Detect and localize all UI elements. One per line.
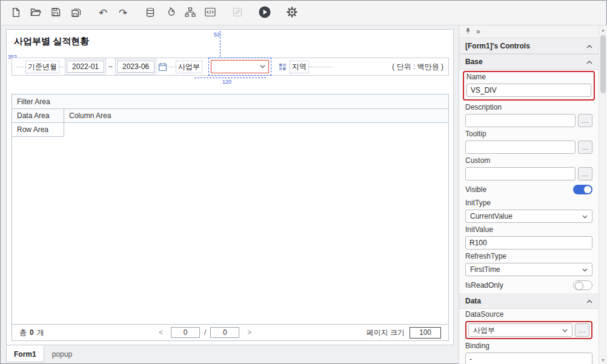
filter-bar: 기준년월 2022-01 ~ 2023-06 사업부 지역 ( 단위 : 백만원… xyxy=(12,58,449,76)
column-area-label: Column Area xyxy=(69,111,111,120)
description-ellipsis-button[interactable]: ... xyxy=(578,114,592,127)
column-area-zone[interactable]: Column Area xyxy=(64,109,448,122)
datasource-label: DataSource xyxy=(465,310,592,319)
sitemap-icon xyxy=(185,7,196,19)
open-folder-icon xyxy=(30,7,41,19)
controls-section-header[interactable]: [Form1]'s Controls xyxy=(459,38,599,54)
chevron-up-icon xyxy=(586,297,592,305)
page-size-input[interactable]: 100 xyxy=(410,327,441,339)
panel-scrollbar[interactable]: ▲ ▼ xyxy=(599,25,607,364)
total-count-group: 총 0 개 xyxy=(19,328,44,338)
data-area-zone[interactable]: Data Area xyxy=(12,109,64,122)
measure-top-label: 52 xyxy=(214,31,220,38)
collapse-panel-button[interactable]: » xyxy=(476,27,480,36)
chevron-down-icon xyxy=(562,326,568,334)
datasource-ellipsis-button[interactable]: ... xyxy=(575,323,589,337)
measure-bottom-label: 120 xyxy=(222,79,231,85)
visible-field: Visible xyxy=(459,182,599,197)
row-area-zone[interactable]: Row Area xyxy=(12,123,64,137)
undo-icon: ↶ xyxy=(99,8,107,18)
description-input[interactable] xyxy=(465,114,575,127)
period-label[interactable]: 기준년월 xyxy=(25,61,59,73)
prev-page-button[interactable]: < xyxy=(154,328,168,337)
initvalue-field: InitValue xyxy=(459,224,599,251)
database-icon xyxy=(145,7,155,19)
redo-button[interactable]: ↷ xyxy=(114,5,131,22)
measure-horizontal-line xyxy=(194,78,266,78)
total-pages-box: 0 xyxy=(210,327,239,338)
binding-field: Binding xyxy=(459,340,599,364)
datasource-select[interactable]: 사업부 xyxy=(468,323,572,337)
tooltip-ellipsis-button[interactable]: ... xyxy=(578,141,592,154)
visible-toggle[interactable] xyxy=(573,185,592,194)
grid-row-area-row: Row Area xyxy=(12,123,448,137)
chevron-up-icon xyxy=(586,58,592,66)
redo-icon: ↷ xyxy=(119,8,127,18)
name-label: Name xyxy=(466,73,591,82)
name-input[interactable] xyxy=(466,84,591,97)
isreadonly-field: IsReadOnly xyxy=(459,277,599,293)
isreadonly-label: IsReadOnly xyxy=(465,281,503,290)
base-header-label: Base xyxy=(465,58,483,66)
pivot-grid: Filter Area Data Area Column Area Row Ar… xyxy=(12,94,449,341)
filter-area-zone[interactable]: Filter Area xyxy=(12,94,448,109)
save-button[interactable] xyxy=(47,5,64,22)
data-area-label: Data Area xyxy=(17,111,49,120)
guide-dotted-line xyxy=(59,67,64,67)
controls-header-label: [Form1]'s Controls xyxy=(465,42,530,50)
visible-label: Visible xyxy=(465,185,486,194)
isreadonly-toggle[interactable] xyxy=(573,280,592,290)
report-title[interactable]: 사업부별 실적현황 xyxy=(14,36,89,47)
code-button[interactable] xyxy=(202,5,219,22)
save-icon xyxy=(51,7,61,19)
properties-panel: » [Form1]'s Controls Base Name Descripti… xyxy=(459,25,607,364)
date-from-input[interactable]: 2022-01 xyxy=(67,61,104,73)
unit-note: ( 단위 : 백만원 ) xyxy=(392,62,443,72)
next-page-button[interactable]: > xyxy=(242,328,256,337)
scrollbar-thumb[interactable] xyxy=(600,35,606,93)
edit-button[interactable] xyxy=(229,5,246,22)
tooltip-input[interactable] xyxy=(465,141,575,154)
grid-footer: 총 0 개 < 0 / 0 > 페이지 크기 100 xyxy=(12,324,448,340)
current-page-input[interactable]: 0 xyxy=(171,327,200,338)
division-label[interactable]: 사업부 xyxy=(176,61,202,73)
pin-icon[interactable] xyxy=(465,27,471,36)
datasource-value: 사업부 xyxy=(473,325,495,336)
data-header-label: Data xyxy=(465,297,481,305)
page-separator: / xyxy=(204,328,206,337)
inittype-select[interactable]: CurrentValue xyxy=(465,210,592,223)
panel-header-bar: » xyxy=(459,25,599,38)
run-icon xyxy=(258,5,271,21)
custom-ellipsis-button[interactable]: ... xyxy=(578,167,592,180)
refreshtype-select[interactable]: FirstTime xyxy=(465,263,592,276)
new-document-button[interactable] xyxy=(7,5,24,22)
open-folder-button[interactable] xyxy=(27,5,44,22)
initvalue-input[interactable] xyxy=(465,236,592,250)
calendar-icon[interactable] xyxy=(158,62,167,71)
undo-button[interactable]: ↶ xyxy=(95,5,111,22)
division-combobox[interactable] xyxy=(211,60,269,73)
data-section-header[interactable]: Data xyxy=(459,293,599,309)
date-to-input[interactable]: 2023-06 xyxy=(117,61,154,73)
sitemap-button[interactable] xyxy=(182,5,199,22)
page-size-group: 페이지 크기 100 xyxy=(367,327,441,339)
refreshtype-label: RefreshType xyxy=(465,252,592,261)
description-label: Description xyxy=(465,103,592,112)
settings-button[interactable] xyxy=(284,5,300,22)
tab-popup[interactable]: popup xyxy=(44,346,80,362)
scrollbar-up-arrow[interactable]: ▲ xyxy=(599,25,607,34)
guide-dotted-line xyxy=(17,67,25,67)
date-range-separator: ~ xyxy=(108,62,113,71)
flame-button[interactable] xyxy=(162,5,179,22)
custom-input[interactable] xyxy=(465,167,575,180)
tab-form1[interactable]: Form1 xyxy=(6,346,44,362)
run-button[interactable] xyxy=(256,5,273,22)
region-label[interactable]: 지역 xyxy=(290,61,309,73)
binding-input[interactable] xyxy=(465,352,592,364)
base-section-header[interactable]: Base xyxy=(459,54,599,70)
scrollbar-down-arrow[interactable]: ▼ xyxy=(599,356,607,364)
refreshtype-value: FirstTime xyxy=(470,265,500,274)
save-all-button[interactable] xyxy=(67,5,84,22)
tooltip-field: Tooltip ... xyxy=(459,128,599,155)
database-button[interactable] xyxy=(142,5,159,22)
